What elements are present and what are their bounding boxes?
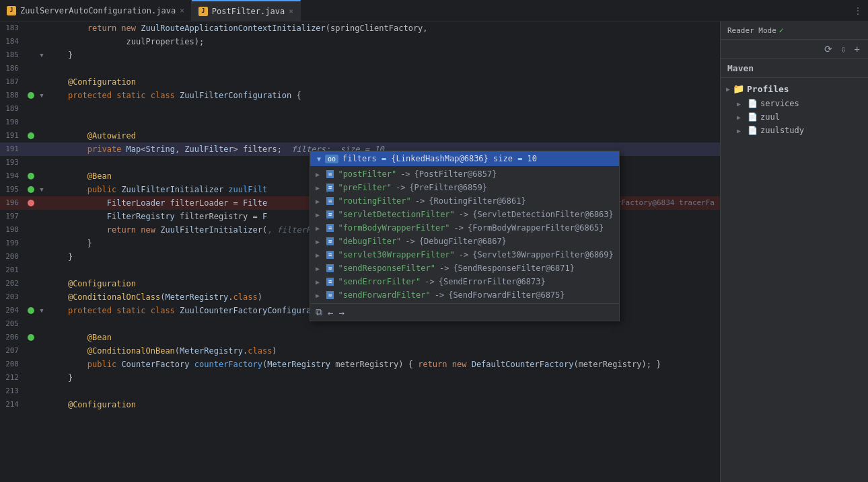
code-line-212: 212 }	[0, 371, 720, 385]
right-panel: Reader Mode ✓ ⟳ ⇩ + Maven ▶ 📁 Profiles	[720, 22, 868, 482]
line-marker-206	[24, 331, 38, 344]
popup-row-arrow-text-6: ->	[459, 250, 468, 259]
popup-row-3[interactable]: ▶ ≡ "servletDetectionFilter" -> {Servlet…	[310, 208, 619, 221]
line-fold-199	[38, 237, 46, 250]
popup-copy-button[interactable]: ⧉	[316, 307, 322, 318]
profiles-label: Profiles	[747, 84, 789, 94]
tab-menu-button[interactable]: ⋮	[848, 5, 868, 16]
java-file-icon: J	[7, 6, 16, 15]
popup-row-arrow-text-8: ->	[425, 277, 434, 286]
reader-mode-button[interactable]: Reader Mode ✓	[727, 26, 784, 35]
line-fold-200	[38, 250, 46, 264]
tab-close-post[interactable]: ✕	[289, 7, 293, 15]
profiles-expand-arrow[interactable]: ▶	[726, 85, 730, 93]
popup-row-key-9: "sendForwardFilter"	[338, 290, 430, 300]
popup-row-5[interactable]: ▶ ≡ "debugFilter" -> {DebugFilter@6867}	[310, 235, 619, 248]
popup-row-4[interactable]: ▶ ≡ "formBodyWrapperFilter" -> {FormBody…	[310, 221, 619, 235]
popup-row-arrow-2[interactable]: ▶	[316, 198, 322, 205]
line-content-214: @Configuration	[46, 398, 720, 411]
popup-row-arrow-4[interactable]: ▶	[316, 225, 322, 232]
popup-row-7[interactable]: ▶ ≡ "sendResponseFilter" -> {SendRespons…	[310, 262, 619, 275]
line-num-190: 190	[0, 116, 24, 129]
tree-item-services[interactable]: ▶ 📄 services	[721, 97, 868, 110]
popup-row-arrow-9[interactable]: ▶	[316, 292, 322, 299]
popup-row-arrow-text-1: ->	[396, 183, 405, 192]
popup-row-icon-4: ≡	[326, 224, 334, 232]
line-marker-202	[24, 277, 38, 290]
popup-row-arrow-3[interactable]: ▶	[316, 211, 322, 218]
popup-row-1[interactable]: ▶ ≡ "preFilter" -> {PreFilter@6859}	[310, 181, 619, 194]
line-marker-197	[24, 210, 38, 223]
line-content-187: @Configuration	[46, 75, 720, 89]
profiles-tree-item[interactable]: ▶ 📁 Profiles	[721, 81, 868, 97]
toolbar-add-button[interactable]: +	[852, 42, 863, 56]
tab-post-filter[interactable]: J PostFilter.java ✕	[192, 0, 301, 22]
popup-row-icon-2: ≡	[326, 197, 334, 205]
popup-row-arrow-8[interactable]: ▶	[316, 278, 322, 286]
line-num-183: 183	[0, 22, 24, 35]
line-fold-201	[38, 264, 46, 277]
line-fold-208	[38, 358, 46, 371]
line-marker-185	[24, 48, 38, 62]
debug-popup[interactable]: ▼ oo filters = {LinkedHashMap@6836} size…	[310, 151, 620, 321]
popup-back-button[interactable]: ←	[328, 307, 333, 318]
maven-label: Maven	[727, 63, 754, 73]
popup-row-value-9: {SendForwardFilter@6875}	[448, 290, 565, 300]
popup-row-arrow-7[interactable]: ▶	[316, 265, 322, 272]
popup-row-6[interactable]: ▶ ≡ "servlet30WrapperFilter" -> {Servlet…	[310, 248, 619, 262]
line-marker-213	[24, 385, 38, 398]
line-num-205: 205	[0, 317, 24, 331]
popup-expand-arrow[interactable]: ▼	[317, 155, 321, 163]
zuulstudy-expand-arrow[interactable]: ▶	[737, 127, 745, 134]
line-fold-184	[38, 35, 46, 48]
toolbar-download-button[interactable]: ⇩	[838, 42, 848, 56]
popup-row-2[interactable]: ▶ ≡ "routingFilter" -> {RoutingFilter@68…	[310, 194, 619, 208]
line-num-196: 196	[0, 196, 24, 210]
editor-container[interactable]: 183 return new ZuulRouteApplicationConte…	[0, 22, 720, 482]
popup-row-arrow-text-3: ->	[459, 210, 468, 219]
line-num-203: 203	[0, 290, 24, 304]
popup-rows: ▶ ≡ "postFilter" -> {PostFilter@6857} ▶ …	[310, 166, 619, 303]
popup-row-value-4: {FormBodyWrapperFilter@6865}	[468, 223, 604, 233]
popup-row-8[interactable]: ▶ ≡ "sendErrorFilter" -> {SendErrorFilte…	[310, 275, 619, 288]
popup-row-arrow-1[interactable]: ▶	[316, 184, 322, 192]
line-num-214: 214	[0, 398, 24, 411]
line-content-208: public CounterFactory counterFactory(Met…	[46, 358, 720, 371]
tree-item-zuul-label: zuul	[760, 112, 780, 122]
line-fold-204: ▼	[38, 304, 46, 317]
line-fold-197	[38, 210, 46, 223]
line-fold-196	[38, 196, 46, 210]
popup-row-arrow-5[interactable]: ▶	[316, 238, 322, 245]
marker-dot-191	[28, 132, 34, 139]
tab-zuul-server-auto-config[interactable]: J ZuulServerAutoConfiguration.java ✕	[0, 0, 192, 22]
popup-row-arrow-6[interactable]: ▶	[316, 251, 322, 259]
code-line-207: 207 @ConditionalOnBean(MeterRegistry.cla…	[0, 344, 720, 358]
reader-mode-check-icon: ✓	[779, 26, 784, 35]
tab-close-zuul[interactable]: ✕	[180, 6, 184, 15]
tree-item-zuul[interactable]: ▶ 📄 zuul	[721, 110, 868, 124]
zuul-expand-arrow[interactable]: ▶	[737, 114, 745, 121]
popup-row-9[interactable]: ▶ ≡ "sendForwardFilter" -> {SendForwardF…	[310, 288, 619, 302]
line-content-184: zuulProperties);	[46, 35, 720, 48]
popup-row-arrow-text-0: ->	[400, 169, 410, 179]
line-content-188: protected static class ZuulFilterConfigu…	[46, 89, 720, 102]
tree-item-zuulstudy[interactable]: ▶ 📄 zuulstudy	[721, 124, 868, 137]
popup-row-icon-1: ≡	[326, 184, 334, 192]
services-expand-arrow[interactable]: ▶	[737, 100, 745, 108]
code-line-189: 189	[0, 102, 720, 116]
line-marker-207	[24, 344, 38, 358]
popup-row-key-5: "debugFilter"	[338, 237, 401, 246]
popup-row-value-5: {DebugFilter@6867}	[419, 237, 507, 246]
line-marker-199	[24, 237, 38, 250]
line-content-185: }	[46, 48, 720, 62]
line-marker-190	[24, 116, 38, 129]
profiles-folder-icon: 📁	[733, 83, 744, 94]
line-marker-214	[24, 398, 38, 411]
line-marker-204	[24, 304, 38, 317]
toolbar-refresh-button[interactable]: ⟳	[822, 42, 835, 56]
line-fold-191	[38, 129, 46, 143]
popup-row-0[interactable]: ▶ ≡ "postFilter" -> {PostFilter@6857}	[310, 167, 619, 181]
popup-row-arrow-0[interactable]: ▶	[316, 171, 322, 178]
popup-forward-button[interactable]: →	[338, 307, 344, 318]
popup-row-key-8: "sendErrorFilter"	[338, 277, 421, 286]
